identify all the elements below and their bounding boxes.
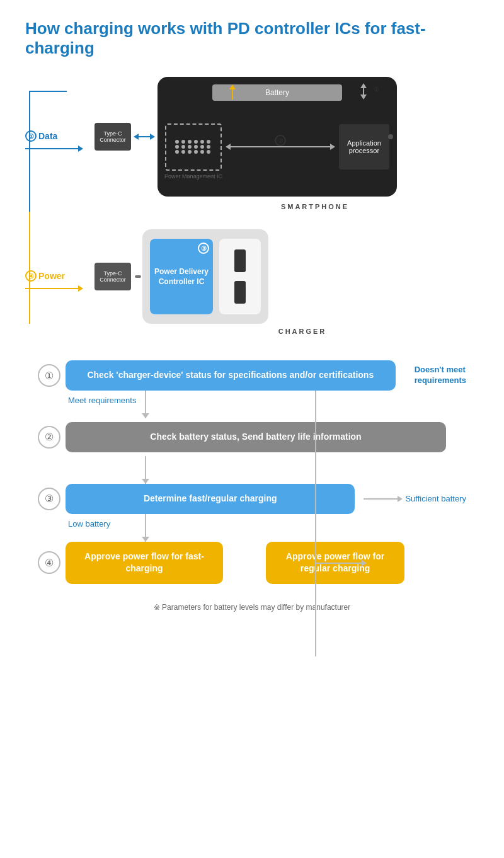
- prong-bottom: [234, 281, 246, 304]
- flow-step-1: ① Check 'charger-device' status for spec…: [38, 360, 466, 391]
- doesnt-meet-label: Doesn't meetrequirements: [415, 365, 466, 386]
- step4-right-text: Approve power flow for regular charging: [286, 551, 384, 574]
- arrow2: [38, 456, 466, 484]
- data-label: ① Data: [25, 130, 57, 142]
- app-processor-box: Application processor: [339, 124, 389, 169]
- step3-text: Determine fast/regular charging: [144, 493, 277, 503]
- smartphone-label: SMARTPHONE: [25, 203, 479, 210]
- smartphone-device: Battery: [158, 77, 397, 197]
- typec-connector-sm: Type-CConnector: [94, 123, 131, 151]
- step4-left-text: Approve power flow for fast-charging: [84, 551, 204, 574]
- step3-num: ③: [45, 493, 54, 505]
- flow-step-2: ② Check battery status, Send battery lif…: [38, 418, 466, 456]
- arrow-meet-req: Meet requirements: [38, 391, 466, 418]
- step1-num: ①: [45, 370, 54, 382]
- step1-text: Check 'charger-device' status for specif…: [87, 370, 374, 380]
- typec-connector-charger: Type-CConnector: [94, 263, 131, 290]
- pmic-box: Power Management IC: [165, 123, 222, 171]
- sufficient-battery-label: Sufficient battery: [405, 494, 466, 503]
- sufficient-battery-area: Sufficient battery: [364, 494, 466, 503]
- flow-step-3: ③ Determine fast/regular charging Suffic…: [38, 484, 466, 514]
- charger-label: CHARGER: [25, 328, 479, 335]
- battery-label: Battery: [265, 88, 289, 97]
- step2-text: Check battery status, Send battery life …: [150, 432, 361, 442]
- page-title: How charging works with PD controller IC…: [25, 19, 479, 58]
- power-label: ④ Power: [25, 270, 65, 282]
- prong-top: [234, 249, 246, 272]
- arrow3-label: Low battery: [68, 519, 110, 529]
- arrow1-label: Meet requirements: [68, 396, 136, 405]
- app-processor-label: Application processor: [339, 139, 389, 154]
- pdc-ic-box: Power Delivery Controller IC ③: [150, 239, 213, 314]
- pdc-label: Power Delivery Controller IC: [150, 266, 213, 288]
- disclaimer: ※ Parameters for battery levels may diff…: [32, 603, 472, 612]
- step2-num: ②: [45, 431, 54, 443]
- step4-left-num: ④: [45, 557, 54, 569]
- flow-step-4: ④ Approve power flow for fast-charging A…: [38, 542, 466, 584]
- arrow-low-battery: Low battery: [38, 514, 466, 542]
- charger-device: Power Delivery Controller IC ③: [142, 229, 268, 324]
- pmic-label: Power Management IC: [164, 173, 222, 180]
